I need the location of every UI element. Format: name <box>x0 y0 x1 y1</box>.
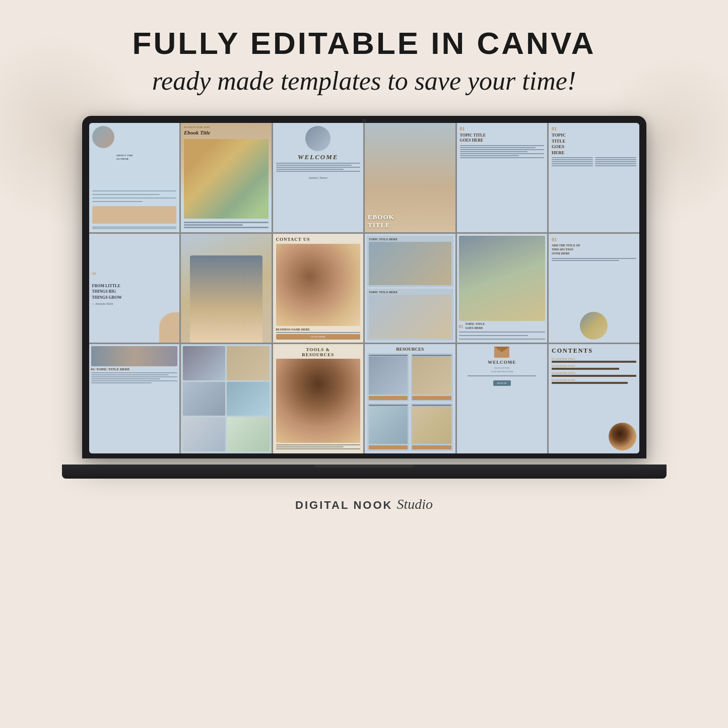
resource-item-image <box>412 357 451 394</box>
chapter-number: 03 CHAPTER TITLE <box>552 372 636 374</box>
tan-box <box>92 206 177 224</box>
chapter-number: 01 CHAPTER TITLE <box>552 358 636 360</box>
chapter-title-line <box>552 361 636 363</box>
quote-author: — Amanda Smith <box>92 302 177 305</box>
text-line <box>92 190 177 191</box>
chapter-number: 02 CHAPTER TITLE <box>552 365 636 367</box>
template-fashion-photo <box>181 234 272 343</box>
tools-title: TOOLS &RESOURCES <box>276 347 361 357</box>
flower-image <box>184 139 269 218</box>
template-contact: CONTACT US BUSINESS NAME HERE CLICK HERE <box>273 234 364 343</box>
template-collage <box>181 344 272 453</box>
newsletter-welcome-title: WELCOME <box>488 360 516 365</box>
text-line <box>552 157 593 158</box>
resource-button <box>412 445 451 449</box>
resource-item-image <box>412 407 451 444</box>
page-wrapper: FULLY EDITABLE IN CANVA ready made templ… <box>0 0 728 728</box>
chapter-item-3: 03 CHAPTER TITLE <box>552 372 636 377</box>
desc-line <box>184 227 269 228</box>
brand-footer: DIGITAL NOOK Studio <box>295 496 433 512</box>
chapter-item-2: 02 CHAPTER TITLE <box>552 365 636 370</box>
laptop-mockup: ABOUT THE AUTHOR BUSINESS NAME HERE Eboo… <box>82 116 646 479</box>
text-line <box>460 149 545 150</box>
quote-tan-shape <box>159 312 179 343</box>
newsletter-cta-button: SIGN UP <box>493 380 511 386</box>
about-label: ABOUT THE <box>116 154 134 157</box>
text-line <box>595 161 636 162</box>
split-half-top: TOPIC TITLE HERE <box>367 236 453 288</box>
template-topic-circle: 01 ADD THE TITLE OFTHIS SECTIONOVER HERE <box>549 234 639 343</box>
balcony-photo <box>190 255 262 343</box>
text-line <box>460 157 545 158</box>
strips-text-lines <box>91 372 178 451</box>
text-line <box>552 258 636 259</box>
ebook-title-text: Ebook Title <box>184 129 269 136</box>
split-title-top: TOPIC TITLE HERE <box>369 238 451 241</box>
text-line <box>276 167 361 168</box>
template-contents: CONTENTS 01 CHAPTER TITLE 02 CHAPTER TIT… <box>549 344 639 453</box>
template-topic-02: 01 TOPICTITLEGOESHERE <box>549 123 639 232</box>
template-about-author: ABOUT THE AUTHOR <box>89 123 180 232</box>
footer-line <box>92 226 177 229</box>
sub-headline: ready made templates to save your time! <box>152 66 576 96</box>
chapter-title-line <box>552 382 628 384</box>
template-strips: 01/ TOPIC TITLE HERE <box>89 344 180 453</box>
resource-item-title <box>369 355 408 356</box>
contents-title: CONTENTS <box>552 347 636 355</box>
text-line <box>459 339 546 340</box>
brand-nook: NOOK <box>353 499 392 512</box>
resource-item-2 <box>411 353 452 401</box>
about-title-text: ABOUT THE AUTHOR <box>116 126 134 189</box>
contact-title: CONTACT US <box>276 237 361 242</box>
text-line <box>276 171 361 172</box>
ebook-cover-title: EbookTitle <box>368 213 452 229</box>
text-col-right <box>595 157 636 229</box>
about-top: ABOUT THE AUTHOR <box>92 126 177 189</box>
welcome-circle-photo <box>305 126 330 151</box>
chapter-title-line <box>552 368 619 370</box>
chapter-number: 04 CHAPTER TITLE <box>552 379 636 381</box>
text-line <box>552 165 593 166</box>
chapter-item-4: 04 CHAPTER TITLE <box>552 379 636 384</box>
text-line <box>460 151 527 152</box>
text-line <box>468 375 536 376</box>
text-line <box>460 153 545 154</box>
collage-cell-5 <box>183 417 225 451</box>
split-image-top <box>369 242 451 286</box>
laptop-screen-outer: ABOUT THE AUTHOR BUSINESS NAME HERE Eboo… <box>82 116 646 458</box>
template-newsletter: WELCOME SIGN UP FOROUR NEWSLETTER SIGN U… <box>457 344 548 453</box>
text-line <box>552 161 593 162</box>
text-cols <box>552 157 636 229</box>
about-label2: AUTHOR <box>116 157 134 161</box>
resource-item-title <box>369 405 408 406</box>
photo-topic-title-row: 01 TOPIC TITLEGOES HERE <box>459 322 546 330</box>
text-line <box>91 382 152 383</box>
template-resources: RESOURCES <box>365 344 455 453</box>
topic-title: TOPIC TITLEGOES HERE <box>460 133 545 144</box>
circle-flowers-image <box>580 312 608 340</box>
laptop-base <box>62 465 667 479</box>
author-signature: Author Name <box>308 176 327 180</box>
template-topic-split: TOPIC TITLE HERE TOPIC TITLE HERE <box>365 234 455 343</box>
welcome-title: WELCOME <box>298 153 338 161</box>
tools-coffee-image <box>276 359 361 443</box>
topic-title-alt: TOPICTITLEGOESHERE <box>552 133 636 156</box>
contact-coffee-image <box>276 244 361 326</box>
chapter-item-1: 01 CHAPTER TITLE <box>552 358 636 363</box>
quote-text: FROM LITTLETHINGS BIGTHINGS GROW <box>92 283 177 300</box>
text-line <box>460 145 545 146</box>
contact-line <box>276 332 361 333</box>
text-line <box>276 163 361 164</box>
text-line <box>92 194 160 195</box>
text-line <box>92 201 143 202</box>
avatar-circle <box>92 126 114 148</box>
photo-topic-image <box>459 236 546 321</box>
circle-topic-title: ADD THE TITLE OFTHIS SECTIONOVER HERE <box>552 243 636 256</box>
text-line <box>276 446 344 447</box>
contact-business-name: BUSINESS NAME HERE <box>276 328 361 331</box>
collage-cell-6 <box>227 417 269 451</box>
split-title-bottom: TOPIC TITLE HERE <box>369 291 451 294</box>
text-line <box>276 169 344 170</box>
text-line <box>595 165 636 166</box>
strips-top-image <box>91 346 178 366</box>
